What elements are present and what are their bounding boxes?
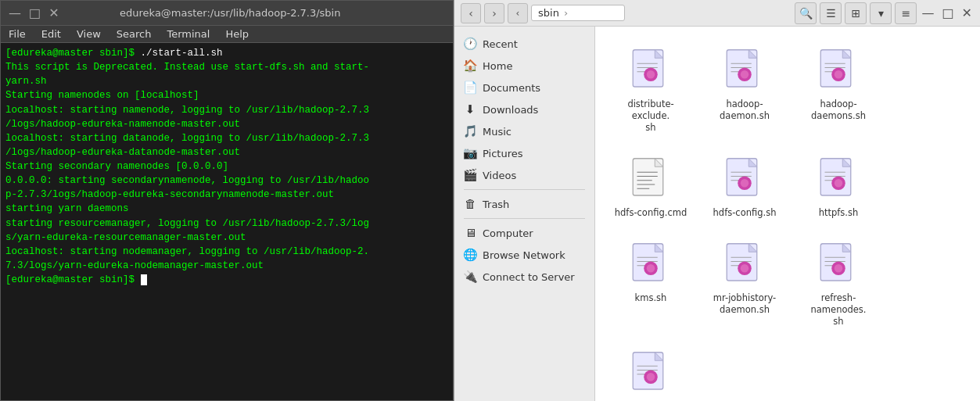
fm-back-button[interactable]: ‹	[461, 3, 481, 23]
fm-list-view-button[interactable]: ☰	[820, 2, 842, 24]
fm-location-bar[interactable]: sbin ›	[531, 5, 625, 21]
fm-body: 🕐 Recent 🏠 Home 📄 Documents ⬇ Downloads …	[454, 27, 980, 401]
script-file-icon	[723, 242, 766, 286]
terminal-line: Starting namenodes on [localhost]	[5, 88, 448, 102]
fm-view-options-button[interactable]: ▾	[870, 2, 892, 24]
sidebar-item-trash[interactable]: 🗑 Trash	[454, 193, 594, 215]
file-item[interactable]: slaves.sh	[608, 342, 694, 401]
sidebar-item-connect-to-server[interactable]: 🔌 Connect to Server	[454, 266, 594, 288]
sidebar-item-label: Computer	[483, 227, 533, 239]
file-icon	[720, 45, 770, 95]
sidebar-item-label: Music	[483, 126, 512, 138]
fm-search-button[interactable]: 🔍	[795, 2, 817, 24]
svg-point-23	[835, 70, 843, 79]
terminal-titlebar: — □ ✕ edureka@master:/usr/lib/hadoop-2.7…	[1, 1, 453, 26]
fm-grid-view-button[interactable]: ⊞	[845, 2, 867, 24]
terminal-body[interactable]: [edureka@master sbin]$ ./start-all.sh Th…	[1, 43, 453, 400]
file-item[interactable]: kms.sh	[608, 233, 694, 334]
terminal-menu-search[interactable]: Search	[109, 26, 160, 42]
sidebar-item-label: Downloads	[483, 104, 538, 116]
sidebar-item-home[interactable]: 🏠 Home	[454, 55, 594, 77]
terminal-prompt-line: [edureka@master sbin]$	[5, 273, 448, 287]
terminal-line: yarn.sh	[5, 74, 448, 88]
terminal-controls[interactable]: — □ ✕	[7, 7, 61, 20]
terminal-line: Starting secondary namenodes [0.0.0.0]	[5, 159, 448, 174]
filemanager-window: ‹ › ‹ sbin › 🔍 ☰ ⊞ ▾ ≡ — □ ✕ 🕐 Re	[454, 0, 980, 401]
fm-window-controls: — □ ✕	[920, 5, 974, 20]
file-item[interactable]: hdfs-config.sh	[702, 148, 788, 225]
file-item[interactable]: distribute-exclude.sh	[608, 39, 694, 140]
music-icon: 🎵	[464, 125, 476, 138]
terminal-line: starting yarn daemons	[5, 202, 448, 216]
terminal-line: p-2.7.3/logs/hadoop-edureka-secondarynam…	[5, 188, 448, 202]
terminal-line: localhost: starting datanode, logging to…	[5, 131, 448, 145]
file-item[interactable]: httpfs.sh	[795, 148, 881, 225]
fm-content: distribute-exclude.sh hado	[595, 27, 980, 401]
file-icon	[626, 45, 676, 95]
pictures-icon: 📷	[464, 147, 476, 159]
videos-icon: 🎬	[464, 169, 476, 181]
sidebar-item-browse-network[interactable]: 🌐 Browse Network	[454, 244, 594, 266]
script-file-icon	[817, 48, 860, 92]
terminal-menu-edit[interactable]: Edit	[34, 26, 69, 42]
terminal-line: s/yarn-edureka-resourcemanager-master.ou…	[5, 231, 448, 245]
terminal-menu-terminal[interactable]: Terminal	[159, 26, 217, 42]
svg-point-47	[835, 179, 843, 188]
fm-minimize-button[interactable]: —	[920, 5, 935, 20]
script-file-icon	[629, 242, 673, 286]
sidebar-item-pictures[interactable]: 📷 Pictures	[454, 142, 594, 164]
sidebar-item-videos[interactable]: 🎬 Videos	[454, 164, 594, 186]
terminal-title: edureka@master:/usr/lib/hadoop-2.7.3/sbi…	[61, 7, 400, 19]
terminal-maximize-button[interactable]: □	[27, 7, 42, 20]
file-item[interactable]: hadoop-daemon.sh	[702, 39, 788, 140]
terminal-minimize-button[interactable]: —	[7, 7, 23, 20]
sidebar-item-documents[interactable]: 📄 Documents	[454, 77, 594, 98]
terminal-line: This script is Deprecated. Instead use s…	[5, 60, 448, 74]
script-file-icon	[817, 157, 860, 201]
fm-menu-button[interactable]: ≡	[895, 2, 917, 24]
sidebar-item-label: Recent	[483, 38, 518, 50]
svg-point-79	[647, 373, 655, 381]
sidebar-item-label: Browse Network	[483, 249, 565, 261]
sidebar-item-computer[interactable]: 🖥 Computer	[454, 222, 594, 244]
home-icon: 🏠	[464, 59, 476, 72]
file-item[interactable]: mr-jobhistory-daemon.sh	[702, 233, 788, 334]
svg-point-39	[741, 179, 749, 188]
file-icon	[626, 348, 676, 398]
sidebar-item-label: Connect to Server	[483, 271, 575, 283]
terminal-line: localhost: starting nodemanager, logging…	[5, 245, 448, 259]
sidebar-item-recent[interactable]: 🕐 Recent	[454, 33, 594, 55]
fm-up-button[interactable]: ‹	[508, 3, 528, 23]
script-file-icon	[817, 242, 860, 286]
sidebar-item-downloads[interactable]: ⬇ Downloads	[454, 98, 594, 120]
terminal-close-button[interactable]: ✕	[47, 7, 60, 20]
terminal-menubar: File Edit View Search Terminal Help	[1, 26, 453, 43]
sidebar-item-music[interactable]: 🎵 Music	[454, 120, 594, 142]
fm-sidebar: 🕐 Recent 🏠 Home 📄 Documents ⬇ Downloads …	[454, 27, 595, 401]
terminal-menu-help[interactable]: Help	[217, 26, 257, 42]
file-label: hdfs-config.sh	[713, 207, 777, 219]
file-item[interactable]: hdfs-config.cmd	[608, 148, 694, 225]
script-file-icon	[629, 351, 673, 395]
terminal-line: starting resourcemanager, logging to /us…	[5, 217, 448, 231]
terminal-menu-view[interactable]: View	[69, 26, 109, 42]
fm-location-text: sbin	[538, 7, 559, 19]
file-item[interactable]: hadoop-daemons.sh	[795, 39, 881, 140]
documents-icon: 📄	[464, 81, 476, 94]
file-item[interactable]: refresh-namenodes.sh	[795, 233, 881, 334]
sidebar-item-label: Pictures	[483, 148, 522, 159]
file-label: mr-jobhistory-daemon.sh	[713, 292, 776, 316]
fm-maximize-button[interactable]: □	[940, 5, 955, 20]
fm-forward-button[interactable]: ›	[484, 3, 504, 23]
terminal-window: — □ ✕ edureka@master:/usr/lib/hadoop-2.7…	[0, 0, 454, 401]
computer-icon: 🖥	[464, 227, 476, 239]
file-label: kms.sh	[635, 292, 667, 304]
terminal-line: /logs/hadoop-edureka-datanode-master.out	[5, 145, 448, 159]
file-label: httpfs.sh	[819, 207, 859, 219]
downloads-icon: ⬇	[464, 103, 476, 116]
file-icon	[813, 239, 863, 289]
fm-nav-left: ‹ › ‹ sbin ›	[461, 3, 625, 23]
terminal-menu-file[interactable]: File	[1, 26, 34, 42]
fm-close-button[interactable]: ✕	[960, 5, 974, 20]
svg-point-55	[647, 264, 655, 273]
